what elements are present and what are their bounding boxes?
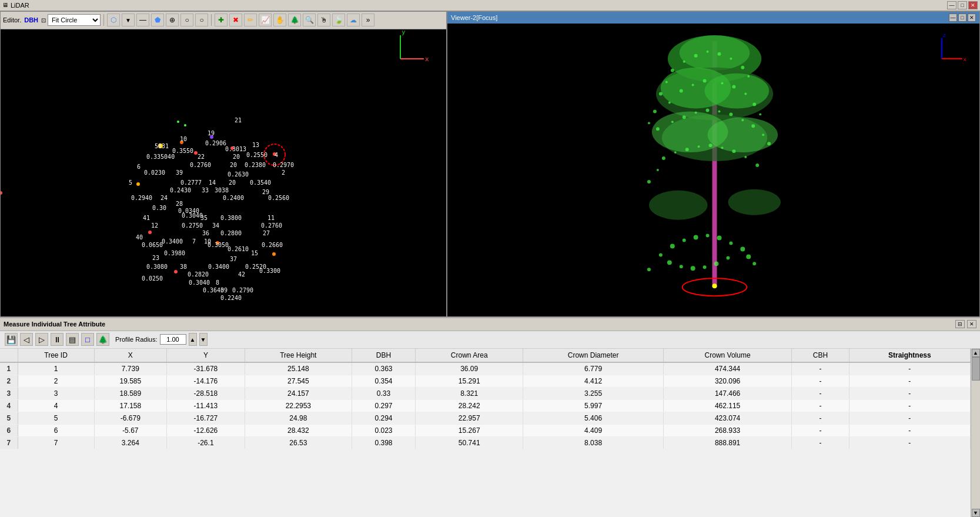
polygon-button[interactable]: ⬟: [151, 14, 164, 26]
panel-float-button[interactable]: ⊟: [955, 320, 965, 328]
panel-close-button[interactable]: ✕: [967, 320, 976, 328]
col-tree-height: Tree Height: [245, 349, 352, 362]
cell-straightness: -: [849, 362, 970, 375]
undo-button[interactable]: ◁: [20, 333, 33, 346]
svg-point-42: [674, 151, 677, 154]
label-5031: 5031: [155, 143, 169, 149]
tree-3d-canvas[interactable]: x z: [447, 24, 979, 316]
right-maximize-button[interactable]: □: [958, 14, 966, 22]
data-table-container[interactable]: Tree ID X Y Tree Height DBH Crown Area C…: [0, 349, 971, 517]
highlight-button[interactable]: ✏: [244, 14, 257, 26]
profile-down-button[interactable]: ▼: [199, 333, 208, 346]
cell-straightness: -: [849, 412, 970, 424]
cell-crown-diameter: 5.406: [523, 412, 663, 424]
delete-button[interactable]: ✖: [229, 14, 242, 26]
point-button[interactable]: ⊕: [166, 14, 179, 26]
svg-point-22: [703, 79, 707, 83]
select-tool-button[interactable]: ⬡: [107, 14, 120, 26]
table-header-row: Tree ID X Y Tree Height DBH Crown Area C…: [0, 349, 971, 362]
scroll-thumb[interactable]: [972, 357, 980, 381]
svg-point-38: [751, 124, 755, 128]
circle-tool-2[interactable]: ○: [195, 14, 208, 26]
label-03550: 0.3550: [172, 148, 193, 154]
pause-button[interactable]: ⏸: [51, 333, 63, 346]
close-button[interactable]: ✕: [968, 1, 978, 9]
tree-tool-button[interactable]: 🌲: [96, 333, 109, 346]
tree-dot-8: [148, 231, 152, 234]
cell-crown-volume: 423.074: [663, 412, 792, 424]
right-close-button[interactable]: ✕: [968, 14, 976, 22]
cell-cbh: -: [792, 412, 849, 424]
save-button[interactable]: 💾: [5, 333, 18, 346]
mouse-button[interactable]: 🖱: [317, 14, 330, 26]
cell-straightness: -: [849, 387, 970, 399]
chart-button[interactable]: 📈: [259, 14, 272, 26]
panel-title-controls: ⊟ ✕: [955, 320, 976, 328]
svg-point-14: [730, 58, 732, 60]
cell-crown-diameter: 6.779: [523, 362, 663, 375]
cell-y: -28.518: [167, 387, 245, 399]
table-row[interactable]: 6 6 -5.67 -12.626 28.432 0.023 15.267 4.…: [0, 424, 971, 436]
scroll-up-button[interactable]: ▲: [972, 349, 980, 357]
tree-up-button[interactable]: 🌲: [288, 14, 301, 26]
cell-crown-volume: 320.096: [663, 375, 792, 387]
svg-point-39: [762, 134, 764, 136]
base-dot: [713, 283, 717, 288]
col-num: [0, 349, 18, 362]
svg-point-25: [744, 92, 747, 95]
circle-tool-1[interactable]: ○: [180, 14, 193, 26]
svg-point-26: [752, 102, 756, 106]
table-row[interactable]: 7 7 3.264 -26.1 26.53 0.398 50.741 8.038…: [0, 436, 971, 449]
label-37: 37: [230, 256, 237, 262]
viewers-row: Editor. DBH ⊡ Fit Circle Manual Auto ⬡ ▼…: [0, 11, 980, 317]
cell-dbh: 0.33: [352, 387, 415, 399]
layer-button[interactable]: ▤: [66, 333, 79, 346]
table-row[interactable]: 2 2 19.585 -14.176 27.545 0.354 15.291 4…: [0, 375, 971, 387]
col-dbh: DBH: [352, 349, 415, 362]
cell-tree-id: 2: [18, 375, 94, 387]
canopy-top-2: [680, 35, 750, 71]
more-button[interactable]: »: [362, 14, 374, 26]
scrollbar[interactable]: ▲ ▼: [971, 349, 980, 517]
table-row[interactable]: 3 3 18.589 -28.518 24.157 0.33 8.321 3.2…: [0, 387, 971, 399]
tree-dot-7: [136, 182, 140, 186]
minimize-button[interactable]: —: [947, 1, 956, 9]
redo-button[interactable]: ▷: [35, 333, 48, 346]
table-row[interactable]: 4 4 17.158 -11.413 22.2953 0.297 28.242 …: [0, 399, 971, 412]
label-00250: 0.0250: [142, 275, 163, 282]
editor-label: Editor.: [3, 16, 21, 24]
label-13: 13: [252, 142, 259, 148]
arrow-button[interactable]: ▼: [122, 14, 135, 26]
table-row[interactable]: 5 5 -6.679 -16.727 24.98 0.294 22.957 5.…: [0, 412, 971, 424]
table-row[interactable]: 1 1 7.739 -31.678 25.148 0.363 36.09 6.7…: [0, 362, 971, 375]
cell-crown-diameter: 5.997: [523, 399, 663, 412]
box-button[interactable]: □: [81, 333, 94, 346]
cell-cbh: -: [792, 436, 849, 449]
profile-radius-input[interactable]: [160, 334, 186, 345]
canopy-mid-r2: [708, 117, 778, 152]
left-viewer-canvas[interactable]: x y: [1, 29, 446, 316]
svg-text:y: y: [402, 29, 406, 36]
check-button[interactable]: 🔍: [303, 14, 316, 26]
profile-up-button[interactable]: ▲: [189, 333, 197, 346]
label-42: 42: [238, 271, 245, 278]
label-03013: 0.3013: [225, 146, 246, 152]
svg-point-62: [691, 266, 695, 271]
fit-circle-dropdown[interactable]: Fit Circle Manual Auto: [48, 14, 101, 26]
subtract-button[interactable]: —: [136, 14, 149, 26]
row-num: 6: [0, 424, 18, 436]
add-button[interactable]: ✚: [215, 14, 228, 26]
hand-button[interactable]: ✋: [273, 14, 286, 26]
cloud-button[interactable]: ☁: [347, 14, 360, 26]
maximize-button[interactable]: □: [958, 1, 967, 9]
svg-point-34: [706, 108, 710, 112]
cell-cbh: -: [792, 387, 849, 399]
leaf-button[interactable]: 🍃: [332, 14, 345, 26]
svg-point-59: [659, 253, 663, 256]
cell-y: -31.678: [167, 362, 245, 375]
svg-text:z: z: [943, 32, 946, 38]
scroll-down-button[interactable]: ▼: [972, 509, 980, 517]
label-030402: 0.3040: [189, 279, 210, 286]
cell-x: -6.679: [94, 412, 166, 424]
right-minimize-button[interactable]: —: [949, 14, 957, 22]
